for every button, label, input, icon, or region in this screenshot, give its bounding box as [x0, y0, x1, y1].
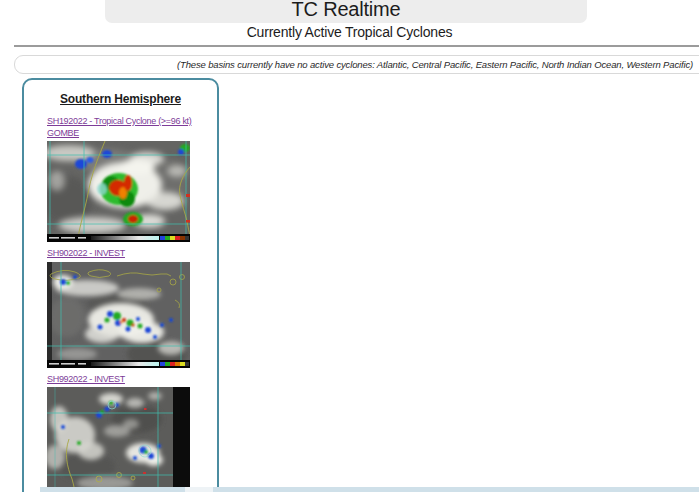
storm-entry-sh902022: SH902022 - INVEST: [47, 248, 217, 368]
storm-link-sh992022[interactable]: SH992022 - INVEST: [47, 374, 209, 386]
horizontal-scrollbar[interactable]: [40, 487, 699, 492]
storm-link-sh902022[interactable]: SH902022 - INVEST: [47, 248, 209, 260]
satellite-thumbnail-sh192022-gombe[interactable]: [47, 141, 190, 242]
storm-entry-sh192022: SH192022 - Tropical Cyclone (>=96 kt) GO…: [47, 116, 217, 242]
page-title-banner: TC Realtime: [105, 0, 587, 23]
page-subtitle: Currently Active Tropical Cyclones: [0, 24, 699, 40]
inactive-basins-note: (These basins currently have no active c…: [15, 59, 699, 70]
storm-link-line1: SH192022 - Tropical Cyclone (>=96 kt): [47, 116, 209, 128]
storm-link-line1: SH902022 - INVEST: [47, 248, 209, 260]
storm-entry-sh992022: SH992022 - INVEST: [47, 374, 217, 492]
horizontal-scrollbar-thumb[interactable]: [185, 487, 213, 492]
page-title: TC Realtime: [292, 0, 401, 23]
horizontal-divider: [14, 45, 699, 47]
panel-heading: Southern Hemisphere: [24, 92, 217, 106]
enhanced-ir-satellite-graphic: [47, 262, 190, 368]
storm-link-line2: GOMBE: [47, 128, 209, 140]
enhanced-ir-satellite-graphic: [47, 387, 190, 492]
storm-link-line1: SH992022 - INVEST: [47, 374, 209, 386]
storm-link-sh192022[interactable]: SH192022 - Tropical Cyclone (>=96 kt) GO…: [47, 116, 209, 139]
inactive-basins-note-box: (These basins currently have no active c…: [14, 55, 699, 74]
satellite-thumbnail-sh992022[interactable]: [47, 387, 190, 492]
enhanced-ir-satellite-graphic: [47, 141, 190, 242]
satellite-thumbnail-sh902022[interactable]: [47, 262, 190, 368]
southern-hemisphere-panel: Southern Hemisphere SH192022 - Tropical …: [22, 78, 219, 492]
